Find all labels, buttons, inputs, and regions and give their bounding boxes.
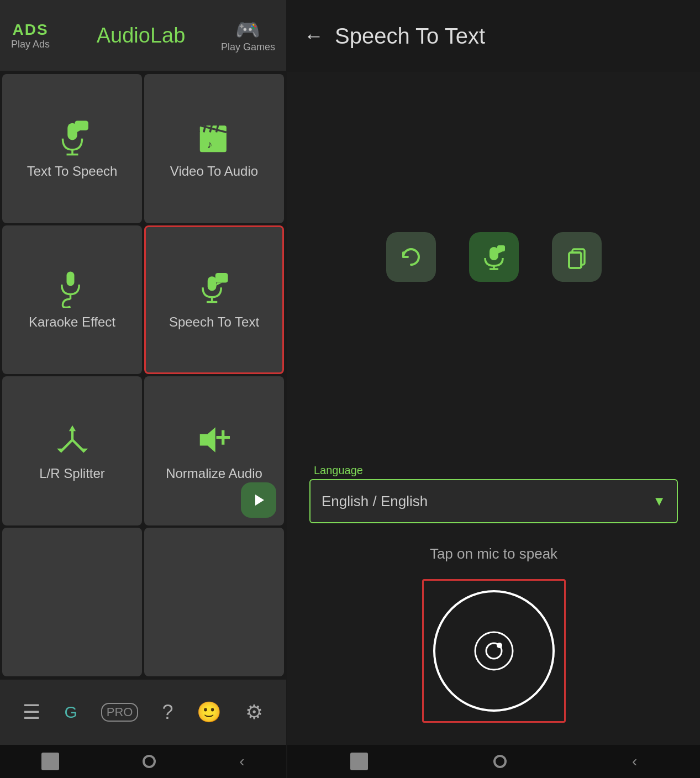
right-header: ← Speech To Text [287, 0, 700, 72]
svg-rect-3 [75, 120, 88, 130]
refresh-button[interactable] [386, 232, 436, 282]
svg-rect-5 [199, 130, 226, 152]
left-footer: ☰ G PRO ? 🙂 ⚙ [0, 679, 286, 745]
app-title-section: AudioLab [61, 24, 221, 48]
svg-marker-18 [215, 283, 222, 286]
svg-marker-28 [255, 495, 264, 506]
language-value: English / English [322, 493, 428, 510]
dropdown-arrow-icon: ▼ [652, 493, 666, 509]
pro-icon[interactable]: PRO [101, 703, 139, 722]
right-nav-bar: ‹ [287, 745, 700, 778]
right-nav-circle-1[interactable] [493, 755, 507, 768]
tap-label: Tap on mic to speak [430, 545, 557, 563]
language-dropdown[interactable]: English / English ▼ [309, 479, 678, 523]
svg-rect-29 [490, 247, 498, 260]
nav-square-1[interactable] [41, 753, 59, 770]
vta-label: Video To Audio [170, 164, 258, 179]
ads-label: ADS [12, 21, 48, 39]
grid-item-lr-splitter[interactable]: L/R Splitter [2, 376, 142, 525]
grid-item-karaoke-effect[interactable]: Karaoke Effect [2, 225, 142, 375]
lr-icon [53, 420, 92, 459]
mic-circle-button[interactable] [433, 590, 555, 712]
settings-icon[interactable]: ⚙ [245, 701, 263, 724]
right-content: Language English / English ▼ Tap on mic … [287, 72, 700, 745]
svg-rect-32 [497, 245, 505, 251]
normalize-label: Normalize Audio [166, 466, 262, 481]
translate-icon[interactable]: G [64, 703, 77, 722]
svg-point-39 [497, 643, 502, 648]
content-spacer [298, 94, 689, 204]
grid-item-video-to-audio[interactable]: ♪ Video To Audio [144, 74, 284, 223]
play-games-section[interactable]: 🎮 Play Games [221, 18, 275, 53]
nav-back-1[interactable]: ‹ [239, 753, 244, 770]
right-nav-square-1[interactable] [350, 753, 368, 770]
grid-item-text-to-speech[interactable]: Text To Speech [2, 74, 142, 223]
svg-rect-17 [215, 273, 228, 283]
menu-icon[interactable]: ☰ [23, 701, 40, 724]
svg-rect-14 [207, 276, 216, 291]
svg-rect-12 [66, 272, 74, 286]
vta-icon: ♪ [195, 118, 234, 157]
app-title-plain: Audio [97, 24, 150, 47]
svg-point-37 [475, 632, 513, 670]
normalize-icon [195, 420, 234, 459]
language-label: Language [309, 464, 678, 477]
app-title-accent: Lab [150, 24, 185, 47]
app-title: AudioLab [97, 24, 186, 48]
right-panel-title: Speech To Text [335, 24, 485, 49]
play-ads-label: Play Ads [11, 39, 50, 50]
mic-speech-button[interactable] [469, 232, 519, 282]
karaoke-label: Karaoke Effect [29, 314, 115, 330]
ads-section[interactable]: ADS Play Ads [11, 21, 50, 50]
help-icon[interactable]: ? [162, 701, 173, 724]
back-button[interactable]: ← [304, 24, 324, 48]
right-panel: ← Speech To Text [287, 0, 700, 778]
left-panel: ADS Play Ads AudioLab 🎮 Play Games [0, 0, 287, 778]
lr-label: L/R Splitter [39, 466, 105, 481]
svg-marker-25 [199, 427, 215, 453]
grid-item-normalize-audio[interactable]: Normalize Audio [144, 376, 284, 525]
stt-icon [195, 269, 234, 308]
gamepad-icon: 🎮 [235, 18, 260, 41]
svg-rect-35 [569, 253, 581, 268]
features-grid: Text To Speech ♪ Video To Audio [0, 72, 286, 679]
mic-button-container[interactable] [422, 579, 566, 723]
left-nav-bar: ‹ [0, 745, 286, 778]
face-icon[interactable]: 🙂 [197, 701, 222, 724]
stt-label: Speech To Text [169, 314, 259, 330]
right-nav-back-1[interactable]: ‹ [632, 753, 637, 770]
karaoke-icon [53, 269, 92, 308]
left-header: ADS Play Ads AudioLab 🎮 Play Games [0, 0, 286, 72]
svg-marker-24 [69, 425, 75, 432]
svg-text:♪: ♪ [207, 139, 212, 150]
grid-item-speech-to-text[interactable]: Speech To Text [144, 225, 284, 375]
tts-icon [53, 118, 92, 157]
play-button[interactable] [241, 482, 276, 518]
nav-circle-1[interactable] [143, 755, 156, 768]
tts-label: Text To Speech [27, 164, 118, 179]
grid-item-partial-right[interactable] [144, 528, 284, 677]
play-games-label: Play Games [221, 41, 275, 53]
language-section: Language English / English ▼ [298, 464, 689, 523]
action-buttons-row [298, 221, 689, 293]
grid-item-partial-left[interactable] [2, 528, 142, 677]
copy-button[interactable] [552, 232, 602, 282]
